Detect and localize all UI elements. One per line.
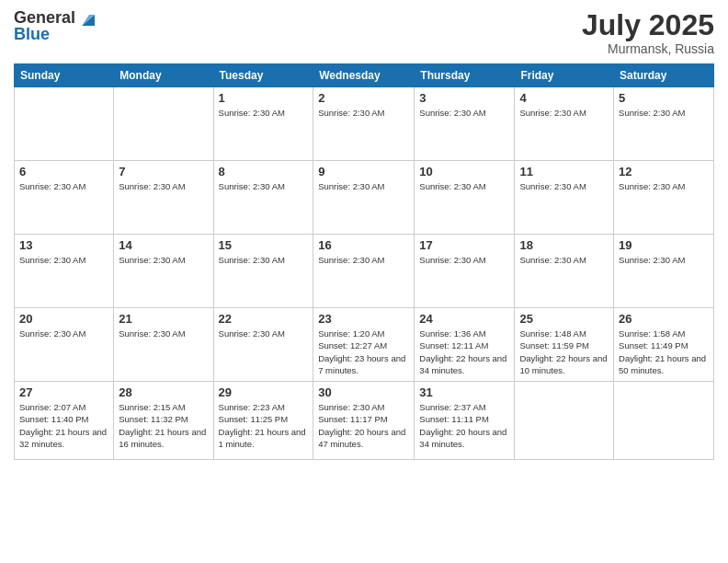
day-info: Sunrise: 2:30 AM [419,180,509,192]
page: General Blue July 2025 Murmansk, Russia … [0,0,728,563]
day-number: 29 [219,385,309,399]
location: Murmansk, Russia [582,41,714,56]
title-block: July 2025 Murmansk, Russia [582,9,714,56]
day-number: 14 [119,238,208,252]
day-number: 21 [119,312,208,326]
table-row: 28Sunrise: 2:15 AM Sunset: 11:32 PM Dayl… [114,382,213,460]
day-info: Sunrise: 2:23 AM Sunset: 11:25 PM Daylig… [219,401,309,450]
month-year: July 2025 [582,9,714,41]
day-info: Sunrise: 1:48 AM Sunset: 11:59 PM Daylig… [519,327,609,376]
logo-text: General Blue [14,9,75,42]
day-info: Sunrise: 2:30 AM [619,107,709,119]
day-number: 31 [419,385,509,399]
day-number: 19 [619,238,709,252]
table-row: 20Sunrise: 2:30 AM [15,308,114,382]
day-number: 10 [419,165,509,178]
col-wednesday: Wednesday [313,64,415,87]
day-info: Sunrise: 2:30 AM Sunset: 11:17 PM Daylig… [318,401,409,450]
day-number: 8 [219,165,309,178]
day-number: 11 [519,165,609,178]
day-info: Sunrise: 2:30 AM [119,180,208,192]
week-row-1: 1Sunrise: 2:30 AM2Sunrise: 2:30 AM3Sunri… [15,87,714,161]
col-sunday: Sunday [15,64,114,87]
table-row: 3Sunrise: 2:30 AM [415,87,515,161]
day-info: Sunrise: 2:30 AM [318,254,409,266]
day-info: Sunrise: 2:30 AM [219,180,309,192]
table-row: 2Sunrise: 2:30 AM [313,87,415,161]
day-info: Sunrise: 2:15 AM Sunset: 11:32 PM Daylig… [119,401,208,450]
logo-general: General [14,8,75,27]
table-row [15,87,114,161]
day-number: 20 [19,312,108,326]
week-row-4: 20Sunrise: 2:30 AM21Sunrise: 2:30 AM22Su… [15,308,714,382]
logo-icon [78,9,98,29]
table-row: 17Sunrise: 2:30 AM [415,235,515,308]
day-info: Sunrise: 2:30 AM [219,107,309,119]
calendar-header-row: Sunday Monday Tuesday Wednesday Thursday… [15,64,714,87]
table-row: 7Sunrise: 2:30 AM [114,161,213,235]
table-row [114,87,213,161]
header: General Blue July 2025 Murmansk, Russia [14,9,714,56]
day-number: 28 [119,385,208,399]
day-info: Sunrise: 2:30 AM [519,107,609,119]
day-number: 5 [619,91,709,105]
table-row: 25Sunrise: 1:48 AM Sunset: 11:59 PM Dayl… [515,308,614,382]
table-row: 10Sunrise: 2:30 AM [415,161,515,235]
col-thursday: Thursday [415,64,515,87]
day-number: 26 [619,312,709,326]
col-monday: Monday [114,64,213,87]
day-number: 13 [19,238,108,252]
day-info: Sunrise: 2:30 AM [219,327,309,339]
calendar-table: Sunday Monday Tuesday Wednesday Thursday… [14,63,714,460]
day-info: Sunrise: 2:30 AM [519,180,609,192]
table-row: 12Sunrise: 2:30 AM [614,161,714,235]
table-row: 6Sunrise: 2:30 AM [15,161,114,235]
col-tuesday: Tuesday [213,64,313,87]
day-number: 22 [219,312,309,326]
day-info: Sunrise: 2:30 AM [19,254,108,266]
day-info: Sunrise: 2:30 AM [318,107,409,119]
col-saturday: Saturday [614,64,714,87]
day-info: Sunrise: 2:30 AM [119,254,208,266]
day-number: 16 [318,238,409,252]
table-row: 31Sunrise: 2:37 AM Sunset: 11:11 PM Dayl… [415,382,515,460]
day-info: Sunrise: 2:07 AM Sunset: 11:40 PM Daylig… [19,401,108,450]
table-row: 18Sunrise: 2:30 AM [515,235,614,308]
table-row [515,382,614,460]
table-row: 22Sunrise: 2:30 AM [213,308,313,382]
day-number: 15 [219,238,309,252]
table-row: 21Sunrise: 2:30 AM [114,308,213,382]
week-row-2: 6Sunrise: 2:30 AM7Sunrise: 2:30 AM8Sunri… [15,161,714,235]
table-row: 29Sunrise: 2:23 AM Sunset: 11:25 PM Dayl… [213,382,313,460]
day-number: 30 [318,385,409,399]
day-number: 1 [219,91,309,105]
table-row [614,382,714,460]
table-row: 8Sunrise: 2:30 AM [213,161,313,235]
day-number: 7 [119,165,208,178]
day-info: Sunrise: 2:30 AM [619,254,709,266]
table-row: 5Sunrise: 2:30 AM [614,87,714,161]
day-number: 3 [419,91,509,105]
week-row-3: 13Sunrise: 2:30 AM14Sunrise: 2:30 AM15Su… [15,235,714,308]
day-number: 18 [519,238,609,252]
table-row: 13Sunrise: 2:30 AM [15,235,114,308]
day-number: 9 [318,165,409,178]
table-row: 23Sunrise: 1:20 AM Sunset: 12:27 AM Dayl… [313,308,415,382]
col-friday: Friday [515,64,614,87]
day-info: Sunrise: 1:36 AM Sunset: 12:11 AM Daylig… [419,327,509,376]
day-info: Sunrise: 2:30 AM [419,254,509,266]
day-number: 25 [519,312,609,326]
table-row: 4Sunrise: 2:30 AM [515,87,614,161]
table-row: 27Sunrise: 2:07 AM Sunset: 11:40 PM Dayl… [15,382,114,460]
week-row-5: 27Sunrise: 2:07 AM Sunset: 11:40 PM Dayl… [15,382,714,460]
day-info: Sunrise: 1:58 AM Sunset: 11:49 PM Daylig… [619,327,709,376]
day-number: 27 [19,385,108,399]
table-row: 19Sunrise: 2:30 AM [614,235,714,308]
table-row: 16Sunrise: 2:30 AM [313,235,415,308]
table-row: 14Sunrise: 2:30 AM [114,235,213,308]
day-number: 4 [519,91,609,105]
day-info: Sunrise: 1:20 AM Sunset: 12:27 AM Daylig… [318,327,409,376]
day-info: Sunrise: 2:30 AM [619,180,709,192]
table-row: 30Sunrise: 2:30 AM Sunset: 11:17 PM Dayl… [313,382,415,460]
table-row: 26Sunrise: 1:58 AM Sunset: 11:49 PM Dayl… [614,308,714,382]
